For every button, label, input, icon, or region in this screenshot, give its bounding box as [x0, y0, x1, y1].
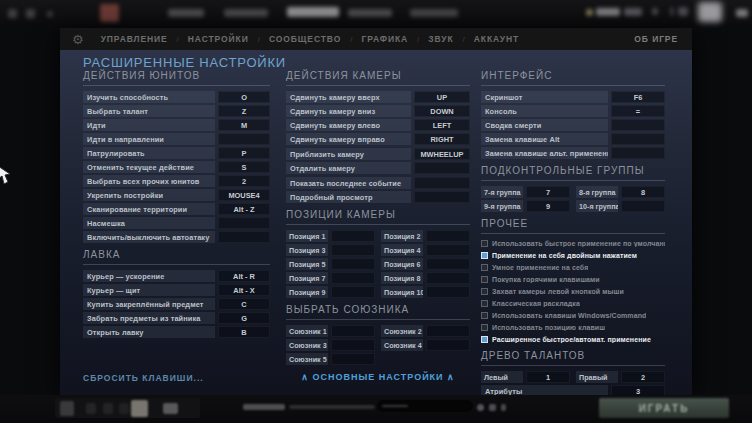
- checkbox[interactable]: [481, 252, 488, 259]
- hotkey-key-button[interactable]: [218, 133, 270, 145]
- hotkey-key-button[interactable]: [218, 231, 270, 243]
- hotkey-key-button[interactable]: 1: [526, 371, 570, 383]
- hotkey-row: Изучить способность O: [83, 91, 270, 103]
- hotkey-key-button[interactable]: MWHEELUP: [414, 148, 470, 160]
- hotkey-key-button[interactable]: RIGHT: [414, 133, 470, 145]
- hotkey-key-button[interactable]: [426, 258, 470, 270]
- hotkey-key-button[interactable]: [414, 162, 470, 174]
- hotkey-key-button[interactable]: [331, 339, 375, 351]
- hotkey-key-button[interactable]: Z: [218, 105, 270, 117]
- hotkey-key-button[interactable]: [621, 200, 665, 212]
- hotkey-key-button[interactable]: [611, 133, 665, 145]
- hotkey-action-label: 8-я группа: [576, 186, 618, 198]
- hotkey-key-button[interactable]: Alt - Z: [218, 203, 270, 215]
- hotkey-action-label: Союзник 5: [286, 353, 328, 365]
- hotkey-key-button[interactable]: B: [218, 326, 270, 338]
- settings-tab[interactable]: НАСТРОЙКИ /: [179, 34, 260, 44]
- hotkey-row: Позиция 2: [381, 230, 470, 242]
- settings-tab[interactable]: ГРАФИКА /: [352, 34, 419, 44]
- hotkey-key-button[interactable]: Alt - R: [218, 270, 270, 282]
- hotkey-key-button[interactable]: [611, 147, 665, 159]
- checkbox-row[interactable]: Расширенное быстрое/автомат. применение: [481, 335, 665, 344]
- hotkey-key-button[interactable]: DOWN: [414, 105, 470, 117]
- hotkey-action-label: Выбрать всех прочих юнитов: [83, 175, 215, 187]
- hotkey-key-button[interactable]: =: [611, 105, 665, 117]
- hotkey-key-button[interactable]: 3: [611, 385, 665, 395]
- hotkey-key-button[interactable]: M: [218, 119, 270, 131]
- checkbox-row[interactable]: Покупка горячими клавишами: [481, 275, 665, 284]
- hotkey-key-button[interactable]: [426, 286, 470, 298]
- nav-item-blurred: [348, 9, 392, 17]
- checkbox[interactable]: [481, 288, 488, 295]
- shop-rows: Курьер — ускорение Alt - R Курьер — щит …: [83, 270, 270, 338]
- hotkey-key-button[interactable]: [414, 177, 470, 189]
- checkbox[interactable]: [481, 312, 488, 319]
- about-game-link[interactable]: ОБ ИГРЕ: [634, 34, 678, 44]
- hotkey-key-button[interactable]: S: [218, 161, 270, 173]
- checkbox[interactable]: [481, 324, 488, 331]
- hotkey-key-button[interactable]: [331, 258, 375, 270]
- checkbox-row[interactable]: Захват камеры левой кнопкой мыши: [481, 287, 665, 296]
- hotkey-key-button[interactable]: 2: [218, 175, 270, 187]
- hotkey-key-button[interactable]: [426, 339, 470, 351]
- checkbox-row[interactable]: Использовать быстрое применение по умолч…: [481, 239, 665, 248]
- hotkey-key-button[interactable]: 7: [526, 186, 570, 198]
- settings-tab-label[interactable]: АККАУНТ: [465, 34, 528, 44]
- hotkey-key-button[interactable]: [331, 286, 375, 298]
- hotkey-key-button[interactable]: [331, 230, 375, 242]
- play-button[interactable]: ИГРАТЬ: [599, 398, 729, 418]
- hotkey-row: Левый 1: [481, 371, 570, 383]
- hotkey-key-button[interactable]: MOUSE4: [218, 189, 270, 201]
- checkbox[interactable]: [481, 240, 488, 247]
- settings-tab[interactable]: ЗВУК /: [419, 34, 464, 44]
- hotkey-key-button[interactable]: Alt - X: [218, 284, 270, 296]
- hotkey-key-button[interactable]: [331, 272, 375, 284]
- hotkey-key-button[interactable]: UP: [414, 91, 470, 103]
- hotkey-key-button[interactable]: LEFT: [414, 119, 470, 131]
- hotkey-key-button[interactable]: 9: [526, 200, 570, 212]
- hotkey-key-button[interactable]: [426, 230, 470, 242]
- hotkey-key-button[interactable]: 2: [621, 371, 665, 383]
- hotkey-key-button[interactable]: [426, 244, 470, 256]
- settings-tab[interactable]: УПРАВЛЕНИЕ /: [92, 34, 179, 44]
- gear-icon: ⚙: [72, 33, 84, 46]
- hotkey-action-label: Приблизить камеру: [286, 148, 411, 160]
- hotkey-key-button[interactable]: [218, 217, 270, 229]
- hotkey-key-button[interactable]: [611, 119, 665, 131]
- settings-tab[interactable]: СООБЩЕСТВО /: [260, 34, 352, 44]
- checkbox-row[interactable]: Использовать позицию клавиш: [481, 323, 665, 332]
- hotkey-key-button[interactable]: G: [218, 312, 270, 324]
- settings-tab-label[interactable]: ЗВУК: [419, 34, 462, 44]
- settings-tab-label[interactable]: УПРАВЛЕНИЕ: [92, 34, 177, 44]
- hotkey-key-button[interactable]: [426, 272, 470, 284]
- settings-tab-label[interactable]: ГРАФИКА: [352, 34, 417, 44]
- hotkey-action-label: 7-я группа: [481, 186, 523, 198]
- hotkey-key-button[interactable]: 8: [621, 186, 665, 198]
- checkbox[interactable]: [481, 336, 488, 343]
- hotkey-key-button[interactable]: [414, 191, 470, 203]
- reset-keys-link[interactable]: СБРОСИТЬ КЛАВИШИ...: [83, 373, 204, 383]
- hotkey-key-button[interactable]: [331, 325, 375, 337]
- hotkey-key-button[interactable]: [426, 325, 470, 337]
- hotkey-key-button[interactable]: P: [218, 147, 270, 159]
- hotkey-key-button[interactable]: [331, 244, 375, 256]
- checkbox[interactable]: [481, 264, 488, 271]
- checkbox[interactable]: [481, 300, 488, 307]
- hotkey-key-button[interactable]: O: [218, 91, 270, 103]
- checkbox-row[interactable]: Классическая раскладка: [481, 299, 665, 308]
- basic-settings-link[interactable]: ∧ ОСНОВНЫЕ НАСТРОЙКИ ∧: [286, 372, 470, 382]
- hotkey-row: Союзник 1: [286, 325, 375, 337]
- settings-tab-label[interactable]: СООБЩЕСТВО: [260, 34, 350, 44]
- settings-tab-label[interactable]: НАСТРОЙКИ: [179, 34, 258, 44]
- checkbox[interactable]: [481, 276, 488, 283]
- settings-tab[interactable]: АККАУНТ /: [465, 34, 528, 44]
- checkbox-row[interactable]: Умное применение на себя: [481, 263, 665, 272]
- collapse-arrow-icon: [736, 9, 748, 17]
- checkbox-row[interactable]: Применение на себя двойным нажатием: [481, 251, 665, 260]
- hotkey-key-button[interactable]: F6: [611, 91, 665, 103]
- checkbox-row[interactable]: Использовать клавиши Windows/Command: [481, 311, 665, 320]
- hotkey-key-button[interactable]: C: [218, 298, 270, 310]
- hotkey-row: Подробный просмотр: [286, 191, 470, 203]
- hotkey-key-button[interactable]: [331, 353, 375, 365]
- basic-settings-label[interactable]: ОСНОВНЫЕ НАСТРОЙКИ: [312, 372, 443, 382]
